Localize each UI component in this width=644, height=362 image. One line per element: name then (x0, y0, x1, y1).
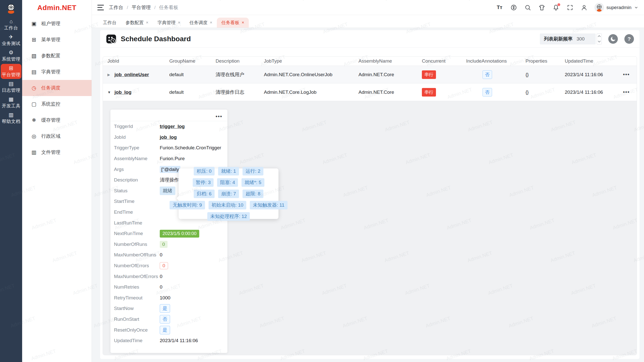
theme-icon[interactable] (538, 4, 546, 11)
notification-bell-icon[interactable] (552, 4, 560, 11)
cell-assemblyname: Admin.NET.Core (356, 89, 420, 95)
column-header-jobid: JobId (103, 58, 167, 64)
detail-label: StartNow (114, 306, 160, 311)
font-size-icon[interactable]: Tт (496, 4, 503, 11)
book-icon: ▥ (9, 112, 14, 118)
rail-item-dev-tools[interactable]: ▦ 开发工具 (1, 95, 21, 110)
table-row[interactable]: ▶ job_onlineUser default 清理在线用户 Admin.NE… (103, 66, 637, 83)
close-icon[interactable]: × (242, 20, 244, 25)
sidebar-item-file[interactable]: ▥ 文件管理 (22, 144, 92, 160)
job-id-link[interactable]: job_onlineUser (114, 72, 149, 77)
sidebar-item-menu[interactable]: ⊞ 菜单管理 (22, 32, 92, 48)
search-icon[interactable] (524, 4, 532, 11)
detail-label: TriggerType (114, 145, 160, 151)
detail-label: Status (114, 188, 160, 194)
rail-item-business-test[interactable]: ✈ 业务测试 (1, 33, 21, 48)
sidebar-item-label: 字典管理 (41, 69, 60, 75)
detail-label: LastRunTime (114, 220, 160, 226)
app-logo[interactable] (0, 0, 22, 17)
status-legend-badge: 归档: 6 (194, 190, 215, 198)
collapse-row-icon[interactable]: ▼ (107, 90, 111, 94)
schedule-panel: Schedule Dashboard 列表刷新频率 300 (100, 30, 639, 359)
logs-icon: ▤ (9, 81, 14, 86)
row-actions-icon[interactable]: ••• (614, 72, 637, 77)
breadcrumb-separator: / (127, 5, 128, 10)
number-stepper[interactable] (597, 33, 602, 44)
user-profile-icon[interactable] (580, 4, 588, 11)
dictionary-icon: ▤ (31, 69, 37, 75)
cell-updatedtime: 2023/1/4 11:16:06 (563, 89, 614, 95)
column-header-groupname: GroupName (167, 58, 214, 64)
help-icon[interactable]: ? (624, 34, 634, 44)
tab-label: 参数配置 (126, 20, 144, 26)
column-header-concurrent: Concurrent (420, 58, 464, 64)
rail-item-workbench[interactable]: ⌂ 工作台 (1, 17, 21, 32)
tab-task-dashboard[interactable]: 任务看板 × (217, 18, 249, 28)
icon-rail: ⌂ 工作台 ✈ 业务测试 ⚙ 系统管理 ⊞ 平台管理 ▤ 日志管理 ▦ 开发工具… (0, 0, 22, 362)
sidebar-item-tenant[interactable]: ▣ 租户管理 (22, 16, 92, 32)
gear-icon: ⚙ (9, 50, 14, 55)
sidebar-item-system-monitor[interactable]: ▢ 系统监控 (22, 96, 92, 112)
tab-bar: 工作台 参数配置 × 字典管理 × 任务调度 × 任务看板 × (92, 15, 644, 28)
detail-label: NumberOfRuns (114, 242, 160, 247)
fullscreen-icon[interactable] (566, 4, 574, 11)
table-row[interactable]: ▼ job_log default 清理操作日志 Admin.NET.Core.… (103, 83, 637, 101)
status-legend-badge: 崩溃: 7 (218, 190, 239, 198)
grid-icon: ⊞ (9, 65, 13, 71)
countdown-pie-icon[interactable] (608, 34, 618, 44)
job-id-link[interactable]: job_log (114, 89, 132, 95)
detail-label: NumRetries (114, 284, 160, 290)
collapse-menu-icon[interactable] (97, 5, 104, 10)
close-icon[interactable]: × (178, 20, 180, 25)
rail-item-log-mgmt[interactable]: ▤ 日志管理 (1, 79, 21, 95)
status-badge[interactable]: 就绪 (160, 187, 175, 195)
close-icon[interactable]: × (210, 20, 212, 25)
language-icon[interactable] (510, 4, 517, 11)
brand-logo-text[interactable]: Admin.NET (22, 0, 92, 16)
column-header-properties: Properties (524, 58, 563, 64)
breadcrumb-item[interactable]: 工作台 (109, 4, 123, 11)
column-header-description: Description (214, 58, 262, 64)
status-legend-badge: 就绪: 1 (218, 167, 239, 175)
location-icon: ◎ (31, 133, 37, 139)
refresh-frequency-input[interactable]: 列表刷新频率 300 (540, 33, 596, 44)
tab-workbench[interactable]: 工作台 (98, 18, 121, 28)
number-of-runs-tag: 0 (160, 241, 168, 248)
sidebar-item-params[interactable]: ▧ 参数配置 (22, 48, 92, 64)
sidebar-item-dictionary[interactable]: ▤ 字典管理 (22, 64, 92, 80)
sidebar-item-region[interactable]: ◎ 行政区域 (22, 128, 92, 144)
status-legend-badge: 运行: 2 (243, 167, 263, 175)
status-legend-badge: 就绪*: 5 (242, 178, 264, 187)
breadcrumb-separator: / (154, 5, 155, 10)
status-legend-badge: 阻塞: 4 (217, 178, 238, 187)
start-now-tag: 是 (160, 304, 170, 313)
status-legend-badge: 超限: 8 (243, 190, 263, 198)
rail-item-help-docs[interactable]: ▥ 帮助文档 (1, 111, 21, 126)
job-id-link[interactable]: job_log (160, 134, 177, 140)
stepper-up-icon[interactable] (598, 35, 601, 37)
detail-actions-icon[interactable]: ••• (216, 114, 222, 119)
expand-row-icon[interactable]: ▶ (107, 73, 111, 77)
row-actions-icon[interactable]: ••• (614, 89, 637, 95)
paper-plane-icon: ✈ (9, 34, 13, 40)
tab-params[interactable]: 参数配置 × (121, 18, 153, 28)
sidebar-item-cache[interactable]: ❄ 缓存管理 (22, 112, 92, 128)
concurrent-tag: 串行 (422, 70, 436, 79)
avatar (594, 3, 604, 12)
refresh-frequency-value[interactable]: 300 (577, 36, 592, 42)
stepper-down-icon[interactable] (598, 40, 601, 42)
tab-task-schedule[interactable]: 任务调度 × (185, 18, 217, 28)
status-legend-badge: 未知处理程序: 12 (207, 212, 250, 221)
user-menu[interactable]: superadmin (594, 3, 638, 12)
breadcrumb-item[interactable]: 平台管理 (132, 4, 151, 11)
trigger-id-link[interactable]: trigger_log (160, 124, 185, 129)
sidebar-item-task-schedule[interactable]: ◷ 任务调度 (22, 80, 92, 96)
close-icon[interactable]: × (146, 20, 148, 25)
content-area: Schedule Dashboard 列表刷新频率 300 (92, 28, 644, 362)
status-legend-tooltip: 积压: 0 就绪: 1 运行: 2 暂停: 3 阻塞: 4 就绪*: 5 归档:… (179, 168, 278, 219)
column-header-includeannotations: IncludeAnnotations (464, 58, 524, 64)
rail-item-platform-mgmt[interactable]: ⊞ 平台管理 (1, 64, 21, 79)
rail-item-system-mgmt[interactable]: ⚙ 系统管理 (1, 48, 21, 63)
rail-item-label: 平台管理 (2, 72, 20, 78)
tab-dictionary[interactable]: 字典管理 × (153, 18, 185, 28)
